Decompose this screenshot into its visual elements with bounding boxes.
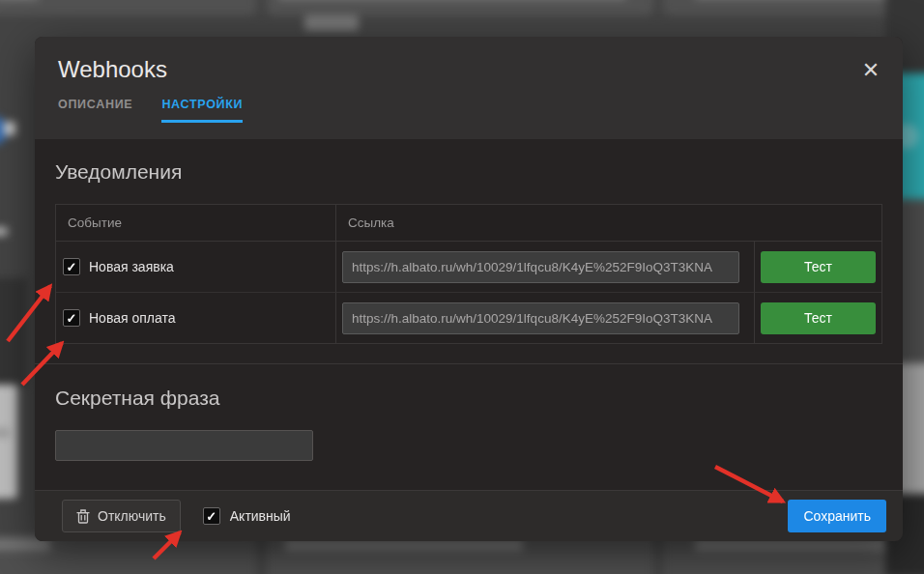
event-checkbox[interactable]: ✓ [63, 309, 80, 327]
trash-icon [76, 509, 90, 524]
event-checkbox[interactable]: ✓ [63, 258, 80, 275]
close-button[interactable]: ✕ [858, 58, 883, 83]
test-button[interactable]: Тест [761, 251, 876, 283]
disable-button-label: Отключить [98, 508, 166, 524]
disable-button[interactable]: Отключить [62, 500, 181, 532]
active-toggle: ✓ Активный [203, 507, 291, 525]
test-cell: Тест [754, 242, 881, 292]
active-label: Активный [230, 508, 291, 524]
tab-bar: ОПИСАНИЕ НАСТРОЙКИ [58, 98, 880, 123]
secret-section: Секретная фраза [55, 364, 882, 461]
active-checkbox[interactable]: ✓ [203, 507, 220, 525]
table-row: ✓ Новая заявка Тест [56, 242, 881, 292]
webhooks-table: Событие Ссылка ✓ Новая заявка Тест [55, 204, 882, 344]
notifications-section: Уведомления Событие Ссылка ✓ Новая заявк… [55, 139, 882, 344]
table-header-row: Событие Ссылка [56, 205, 881, 242]
tab-description[interactable]: ОПИСАНИЕ [58, 98, 132, 123]
table-row: ✓ Новая оплата Тест [56, 292, 881, 343]
modal-content: Уведомления Событие Ссылка ✓ Новая заявк… [35, 139, 903, 490]
secret-heading: Секретная фраза [55, 387, 882, 410]
check-icon: ✓ [67, 312, 77, 325]
event-label: Новая заявка [89, 259, 174, 274]
column-header-event: Событие [56, 205, 335, 241]
close-icon: ✕ [862, 60, 880, 81]
check-icon: ✓ [206, 510, 217, 523]
link-cell [335, 293, 754, 343]
link-cell [335, 242, 754, 292]
event-cell: ✓ Новая заявка [56, 242, 335, 292]
save-button[interactable]: Сохранить [788, 500, 886, 532]
event-cell: ✓ Новая оплата [56, 293, 335, 343]
tab-settings[interactable]: НАСТРОЙКИ [161, 98, 243, 123]
notifications-heading: Уведомления [55, 160, 882, 184]
column-header-link: Ссылка [335, 205, 881, 241]
modal-header: Webhooks ✕ ОПИСАНИЕ НАСТРОЙКИ [35, 37, 903, 139]
test-button[interactable]: Тест [761, 302, 876, 334]
webhook-url-input[interactable] [342, 302, 739, 334]
webhook-url-input[interactable] [342, 251, 739, 283]
event-label: Новая оплата [89, 310, 176, 326]
secret-phrase-input[interactable] [55, 430, 313, 461]
test-cell: Тест [754, 293, 881, 343]
modal-title: Webhooks [58, 56, 880, 83]
webhooks-modal: Webhooks ✕ ОПИСАНИЕ НАСТРОЙКИ Уведомлени… [35, 37, 903, 541]
modal-footer: Отключить ✓ Активный Сохранить [35, 490, 903, 541]
check-icon: ✓ [67, 261, 77, 273]
